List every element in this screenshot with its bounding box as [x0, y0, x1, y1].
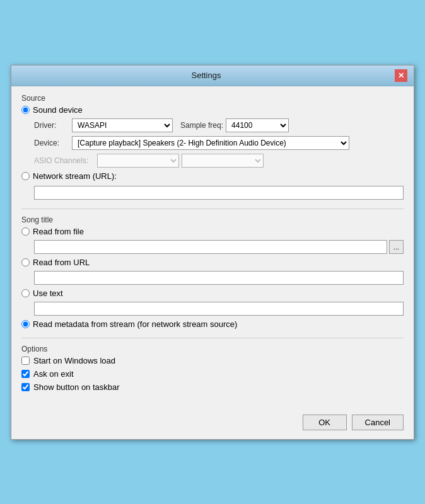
read-from-url-radio[interactable]: [21, 258, 30, 266]
read-metadata-radio[interactable]: [21, 320, 30, 328]
dialog-content: Source Sound device Driver: WASAPI Sampl…: [11, 86, 414, 408]
start-on-load-label: Start on Windows load: [33, 356, 115, 365]
url-input[interactable]: [34, 271, 404, 285]
song-title-section-label: Song title: [21, 215, 404, 224]
options-section-label: Options: [21, 345, 404, 353]
driver-select[interactable]: WASAPI: [72, 118, 173, 132]
close-button[interactable]: ✕: [395, 69, 407, 82]
use-text-radio[interactable]: [21, 289, 30, 297]
ok-button[interactable]: OK: [303, 415, 347, 430]
asio-channels-label: ASIO Channels:: [34, 156, 97, 165]
asio-row: ASIO Channels:: [34, 154, 404, 168]
read-from-file-radio[interactable]: [21, 227, 30, 236]
show-button-checkbox[interactable]: [21, 383, 30, 391]
use-text-label: Use text: [33, 289, 63, 298]
network-stream-label: Network stream (URL):: [33, 171, 117, 181]
read-from-file-label: Read from file: [33, 227, 84, 236]
file-path-input[interactable]: [34, 240, 387, 254]
asio-channel-select-2: [182, 154, 264, 168]
ask-on-exit-row: Ask on exit: [21, 369, 404, 379]
button-row: OK Cancel: [11, 408, 414, 439]
source-section: Source Sound device Driver: WASAPI Sampl…: [21, 94, 404, 200]
file-input-row: ...: [34, 240, 404, 254]
sound-device-radio[interactable]: [21, 106, 30, 114]
ask-on-exit-label: Ask on exit: [33, 369, 74, 379]
device-select[interactable]: [Capture playback] Speakers (2- High Def…: [72, 136, 349, 150]
source-section-label: Source: [21, 94, 404, 103]
sound-device-radio-row: Sound device: [21, 105, 404, 115]
network-stream-radio-row: Network stream (URL):: [21, 171, 404, 181]
dialog-title: Settings: [18, 71, 395, 80]
sample-freq-select[interactable]: 44100: [226, 118, 289, 132]
options-section: Options Start on Windows load Ask on exi…: [21, 345, 404, 392]
cancel-button[interactable]: Cancel: [352, 415, 404, 430]
use-text-radio-row: Use text: [21, 289, 404, 298]
start-on-load-row: Start on Windows load: [21, 356, 404, 365]
start-on-load-checkbox[interactable]: [21, 357, 30, 365]
network-url-input[interactable]: [34, 186, 404, 200]
sound-device-label: Sound device: [33, 105, 83, 115]
read-from-url-radio-row: Read from URL: [21, 258, 404, 267]
use-text-input[interactable]: [34, 302, 404, 316]
ask-on-exit-checkbox[interactable]: [21, 370, 30, 378]
divider-1: [21, 209, 404, 209]
settings-dialog: Settings ✕ Source Sound device Driver: W…: [11, 65, 414, 440]
driver-label: Driver:: [34, 121, 72, 130]
read-metadata-radio-row: Read metadata from stream (for network s…: [21, 319, 404, 329]
network-stream-radio[interactable]: [21, 172, 30, 180]
divider-2: [21, 338, 404, 338]
device-row: Device: [Capture playback] Speakers (2- …: [34, 136, 404, 150]
show-button-row: Show button on taskbar: [21, 382, 404, 392]
show-button-label: Show button on taskbar: [33, 382, 120, 392]
asio-channel-select-1: [97, 154, 179, 168]
device-label: Device:: [34, 139, 72, 147]
driver-row: Driver: WASAPI Sample freq: 44100: [34, 118, 404, 132]
read-metadata-label: Read metadata from stream (for network s…: [33, 319, 237, 329]
read-from-file-radio-row: Read from file: [21, 227, 404, 236]
read-from-url-label: Read from URL: [33, 258, 90, 267]
song-title-section: Song title Read from file ... Read from …: [21, 215, 404, 329]
sample-label: Sample freq:: [180, 121, 223, 130]
browse-button[interactable]: ...: [389, 240, 404, 254]
title-bar: Settings ✕: [11, 66, 414, 86]
